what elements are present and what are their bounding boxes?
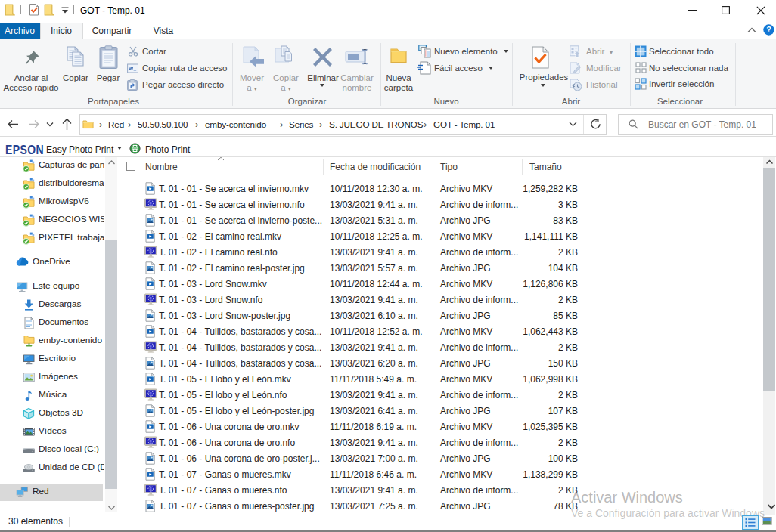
svg-text:?: ? (766, 25, 771, 34)
